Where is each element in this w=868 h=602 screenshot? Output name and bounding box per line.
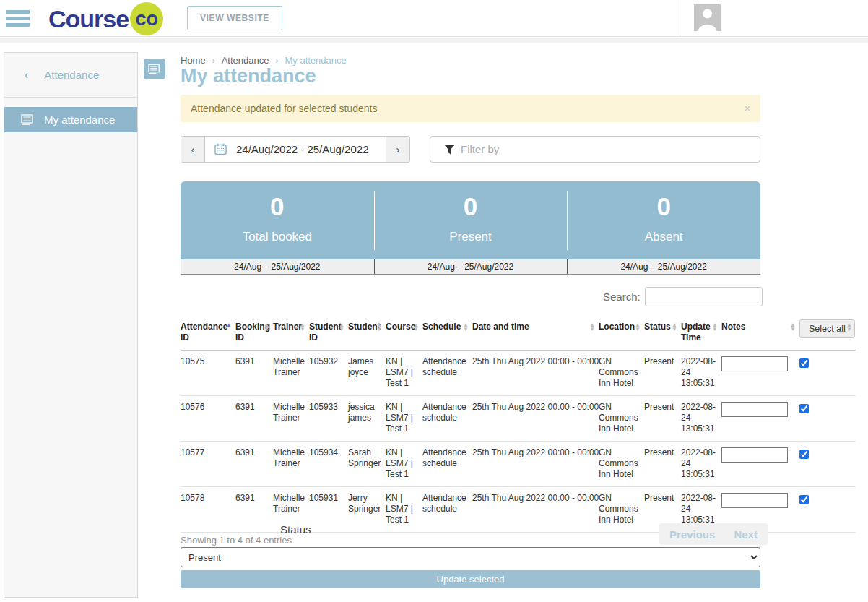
- chevron-right-icon: ›: [275, 56, 278, 66]
- cell-course: KN | LSM7 | Test 1: [386, 396, 422, 442]
- column-header-notes[interactable]: Notes▲▼: [721, 316, 799, 351]
- cell-update-time: 2022-08-24 13:05:31: [681, 351, 721, 396]
- stats-divider: [374, 191, 375, 250]
- stats-range-divider: [567, 259, 568, 274]
- cell-location: GN Commons Inn Hotel: [599, 442, 644, 487]
- sort-icon: ▲▼: [712, 323, 718, 332]
- previous-day-button[interactable]: ‹: [181, 137, 205, 162]
- header-divider: [680, 0, 680, 37]
- cell-select: [799, 396, 856, 442]
- cell-update-time: 2022-08-24 13:05:31: [681, 396, 721, 442]
- stat-total-booked-label: Total booked: [181, 230, 374, 244]
- date-range-value[interactable]: 24/Aug/2022 - 25/Aug/2022: [205, 137, 386, 162]
- next-page-button[interactable]: Next: [734, 528, 758, 541]
- sidebar-section-header[interactable]: ‹ Attendance: [4, 53, 137, 98]
- status-select[interactable]: Present: [181, 547, 760, 567]
- cell-select: [799, 351, 856, 396]
- sort-icon: ▲▼: [226, 323, 232, 327]
- status-select-label: Status: [280, 523, 311, 536]
- column-header-trainer[interactable]: Trainer▲▼: [273, 316, 309, 351]
- table-row: 10576 6391 Michelle Trainer 105933 jessi…: [181, 396, 856, 442]
- sort-icon: ▲▼: [846, 323, 852, 332]
- cell-status: Present: [644, 351, 681, 396]
- collapse-sidebar-button[interactable]: [144, 59, 165, 79]
- update-selected-button[interactable]: Update selected: [181, 570, 760, 588]
- pagination: Previous Next: [659, 523, 768, 545]
- stat-range: 24/Aug – 25/Aug/2022: [181, 259, 374, 274]
- column-header-update-time[interactable]: Update Time▲▼: [681, 316, 721, 351]
- cell-schedule: Attendance schedule: [422, 396, 472, 442]
- stats-range-divider: [374, 259, 375, 274]
- sort-icon: ▲▼: [790, 323, 796, 332]
- cell-location: GN Commons Inn Hotel: [599, 351, 644, 396]
- stat-present-value: 0: [374, 192, 568, 221]
- sort-icon: ▲▼: [264, 323, 269, 332]
- next-day-button[interactable]: ›: [386, 137, 409, 162]
- sort-icon: ▲▼: [300, 323, 305, 332]
- column-header-schedule[interactable]: Schedule▲▼: [422, 316, 472, 351]
- breadcrumb-home[interactable]: Home: [181, 55, 206, 66]
- stat-absent: 0 Absent: [567, 181, 760, 259]
- sidebar-item-my-attendance[interactable]: My attendance: [4, 107, 137, 132]
- sort-icon: ▲▼: [635, 323, 641, 332]
- cell-course: KN | LSM7 | Test 1: [386, 442, 422, 487]
- cell-trainer: Michelle Trainer: [273, 442, 309, 487]
- row-checkbox[interactable]: [799, 450, 809, 459]
- notes-input[interactable]: [721, 493, 788, 508]
- chevron-right-icon: ›: [212, 56, 215, 66]
- attendance-list-icon: [21, 114, 35, 126]
- notes-input[interactable]: [721, 356, 788, 371]
- column-header-attendance-id[interactable]: Attendance ID▲▼: [181, 316, 235, 351]
- column-header-status[interactable]: Status▲▼: [644, 316, 681, 351]
- cell-student-id: 105931: [309, 487, 348, 533]
- stats-cards: 0 Total booked 0 Present 0 Absent: [181, 181, 760, 259]
- column-header-student[interactable]: Student▲▼: [348, 316, 386, 351]
- cell-status: Present: [644, 442, 681, 487]
- sidebar-section-title: Attendance: [44, 69, 99, 81]
- previous-page-button[interactable]: Previous: [669, 528, 715, 541]
- notes-input[interactable]: [721, 447, 788, 463]
- column-header-location[interactable]: Location▲▼: [599, 316, 644, 351]
- user-avatar[interactable]: [694, 4, 721, 31]
- stats-panel: 0 Total booked 0 Present 0 Absent 24/Aug…: [181, 181, 760, 275]
- sort-icon: ▲▼: [589, 323, 595, 332]
- column-header-booking-id[interactable]: Booking ID▲▼: [235, 316, 273, 351]
- cell-student: jessica james: [348, 396, 386, 442]
- search-label: Search:: [603, 291, 641, 303]
- cell-location: GN Commons Inn Hotel: [599, 487, 644, 533]
- sidebar-item-label: My attendance: [44, 113, 115, 126]
- breadcrumb-attendance[interactable]: Attendance: [222, 55, 269, 66]
- sort-icon: ▲▼: [672, 323, 677, 332]
- view-website-button[interactable]: VIEW WEBSITE: [187, 6, 282, 30]
- cell-trainer: Michelle Trainer: [273, 351, 309, 396]
- stat-absent-label: Absent: [567, 230, 760, 244]
- stats-date-ranges: 24/Aug – 25/Aug/2022 24/Aug – 25/Aug/202…: [181, 259, 760, 275]
- row-checkbox[interactable]: [799, 404, 809, 413]
- row-checkbox[interactable]: [799, 358, 809, 368]
- cell-booking-id: 6391: [235, 442, 273, 487]
- column-header-date-and-time[interactable]: Date and time▲▼: [472, 316, 599, 351]
- breadcrumb-my-attendance: My attendance: [285, 55, 346, 66]
- close-icon[interactable]: ×: [745, 103, 750, 114]
- cell-date-and-time: 25th Thu Aug 2022 00:00 - 00:00: [472, 487, 599, 533]
- cell-student-id: 105934: [309, 442, 348, 487]
- row-checkbox[interactable]: [799, 495, 809, 504]
- alert-message: Attendance updated for selected students: [191, 103, 377, 114]
- cell-notes: [721, 351, 799, 396]
- cell-attendance-id: 10575: [181, 351, 235, 396]
- column-header-student-id[interactable]: Student ID▲▼: [309, 316, 348, 351]
- filter-input[interactable]: [461, 143, 735, 155]
- notes-input[interactable]: [721, 402, 788, 417]
- attendance-list-icon: [148, 64, 161, 75]
- logo-badge: co: [130, 2, 163, 35]
- column-header-course[interactable]: Course▲▼: [386, 316, 422, 351]
- cell-date-and-time: 25th Thu Aug 2022 00:00 - 00:00: [472, 442, 599, 487]
- stat-range: 24/Aug – 25/Aug/2022: [567, 259, 760, 274]
- search-input[interactable]: [645, 287, 763, 306]
- chevron-left-icon: ‹: [25, 69, 28, 82]
- cell-select: [799, 442, 856, 487]
- hamburger-menu-icon[interactable]: [6, 10, 30, 27]
- app-screen: Course co VIEW WEBSITE ‹ Attendance: [0, 0, 868, 602]
- stat-present-label: Present: [374, 230, 568, 244]
- sort-icon: ▲▼: [413, 323, 419, 332]
